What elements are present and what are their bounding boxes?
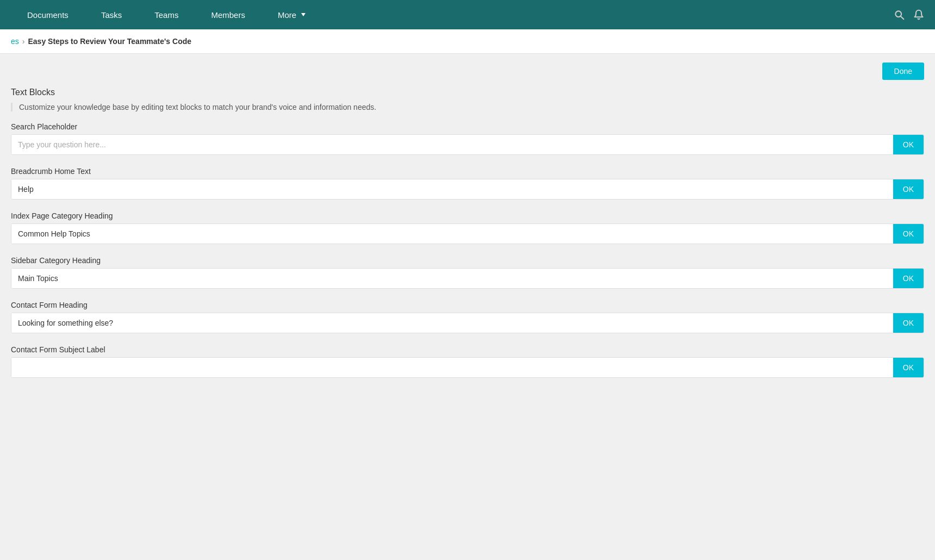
main-content: Done Text Blocks Customize your knowledg… bbox=[0, 54, 935, 559]
field-input-index-page-category-heading[interactable] bbox=[11, 224, 893, 244]
ok-button-breadcrumb-home-text[interactable]: OK bbox=[893, 179, 924, 199]
section-title: Text Blocks bbox=[11, 88, 924, 97]
field-group-breadcrumb-home-text: Breadcrumb Home TextOK bbox=[11, 167, 924, 200]
field-input-contact-form-heading[interactable] bbox=[11, 313, 893, 333]
nav-more-label: More bbox=[278, 10, 296, 20]
field-label-contact-form-heading: Contact Form Heading bbox=[11, 301, 924, 309]
nav-teams[interactable]: Teams bbox=[138, 0, 195, 29]
nav-members[interactable]: Members bbox=[195, 0, 261, 29]
bell-icon[interactable] bbox=[913, 9, 924, 20]
ok-button-index-page-category-heading[interactable]: OK bbox=[893, 224, 924, 244]
breadcrumb-link[interactable]: es bbox=[11, 37, 19, 46]
breadcrumb-separator: › bbox=[22, 37, 25, 46]
done-row: Done bbox=[11, 63, 924, 80]
field-input-search-placeholder[interactable] bbox=[11, 135, 893, 154]
svg-line-1 bbox=[901, 16, 903, 19]
ok-button-contact-form-heading[interactable]: OK bbox=[893, 313, 924, 333]
field-input-contact-form-subject-label[interactable] bbox=[11, 358, 893, 377]
field-label-contact-form-subject-label: Contact Form Subject Label bbox=[11, 345, 924, 354]
ok-button-contact-form-subject-label[interactable]: OK bbox=[893, 358, 924, 377]
nav-documents[interactable]: Documents bbox=[11, 0, 85, 29]
search-icon[interactable] bbox=[894, 9, 905, 20]
nav-icons bbox=[894, 9, 924, 20]
done-button[interactable]: Done bbox=[882, 63, 924, 80]
field-row-sidebar-category-heading: OK bbox=[11, 268, 924, 289]
field-group-contact-form-heading: Contact Form HeadingOK bbox=[11, 301, 924, 333]
field-label-sidebar-category-heading: Sidebar Category Heading bbox=[11, 256, 924, 265]
field-row-breadcrumb-home-text: OK bbox=[11, 179, 924, 200]
nav-tasks[interactable]: Tasks bbox=[85, 0, 138, 29]
field-group-index-page-category-heading: Index Page Category HeadingOK bbox=[11, 211, 924, 244]
field-row-search-placeholder: OK bbox=[11, 134, 924, 155]
chevron-down-icon bbox=[301, 13, 306, 16]
ok-button-sidebar-category-heading[interactable]: OK bbox=[893, 269, 924, 288]
ok-button-search-placeholder[interactable]: OK bbox=[893, 135, 924, 154]
field-group-contact-form-subject-label: Contact Form Subject LabelOK bbox=[11, 345, 924, 378]
field-row-contact-form-heading: OK bbox=[11, 313, 924, 333]
field-label-search-placeholder: Search Placeholder bbox=[11, 122, 924, 131]
nav-more[interactable]: More bbox=[261, 0, 322, 29]
field-row-contact-form-subject-label: OK bbox=[11, 357, 924, 378]
field-row-index-page-category-heading: OK bbox=[11, 223, 924, 244]
nav-bar: Documents Tasks Teams Members More bbox=[0, 0, 935, 29]
fields-container: Search PlaceholderOKBreadcrumb Home Text… bbox=[11, 122, 924, 378]
field-label-breadcrumb-home-text: Breadcrumb Home Text bbox=[11, 167, 924, 176]
field-group-sidebar-category-heading: Sidebar Category HeadingOK bbox=[11, 256, 924, 289]
breadcrumb: es › Easy Steps to Review Your Teammate'… bbox=[0, 29, 935, 54]
section-description: Customize your knowledge base by editing… bbox=[11, 103, 924, 111]
field-label-index-page-category-heading: Index Page Category Heading bbox=[11, 211, 924, 220]
breadcrumb-current: Easy Steps to Review Your Teammate's Cod… bbox=[28, 37, 191, 46]
field-group-search-placeholder: Search PlaceholderOK bbox=[11, 122, 924, 155]
field-input-sidebar-category-heading[interactable] bbox=[11, 269, 893, 288]
field-input-breadcrumb-home-text[interactable] bbox=[11, 179, 893, 199]
